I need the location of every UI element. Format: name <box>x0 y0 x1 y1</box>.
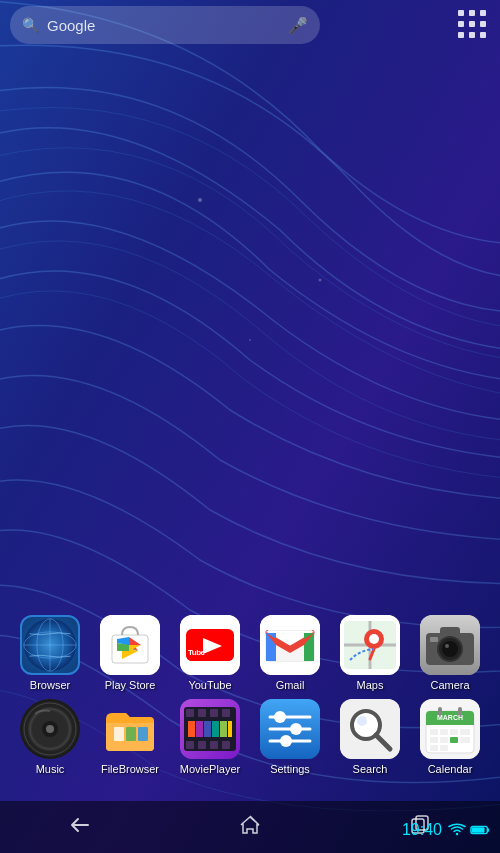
filebrowser-icon <box>100 699 160 759</box>
svg-point-3 <box>249 339 251 341</box>
svg-rect-71 <box>212 721 219 737</box>
app-maps[interactable]: Maps <box>334 615 406 691</box>
status-bar-right: 19:40 <box>402 821 490 839</box>
svg-rect-90 <box>440 729 448 735</box>
svg-text:Tube: Tube <box>188 648 206 657</box>
grid-dot <box>469 32 475 38</box>
maps-label: Maps <box>357 679 384 691</box>
music-icon <box>20 699 80 759</box>
calendar-icon: MARCH <box>420 699 480 759</box>
svg-rect-63 <box>186 741 194 749</box>
maps-icon <box>340 615 400 675</box>
gmail-icon <box>260 615 320 675</box>
app-music[interactable]: Music <box>14 699 86 775</box>
svg-point-1 <box>198 198 202 202</box>
microphone-icon[interactable]: 🎤 <box>288 16 308 35</box>
browser-label: Browser <box>30 679 70 691</box>
grid-dot <box>458 10 464 16</box>
svg-rect-106 <box>487 828 489 832</box>
svg-rect-56 <box>138 727 148 741</box>
all-apps-button[interactable] <box>458 10 488 40</box>
svg-rect-69 <box>196 721 203 737</box>
navigation-bar: 19:40 <box>0 801 500 853</box>
svg-point-78 <box>274 711 286 723</box>
search-app-icon <box>340 699 400 759</box>
svg-rect-44 <box>430 637 438 642</box>
app-youtube[interactable]: You Tube You Tube YouTube <box>174 615 246 691</box>
back-button[interactable] <box>60 805 100 850</box>
app-row-2: Music FileBrowser <box>10 699 490 775</box>
grid-dot <box>458 21 464 27</box>
svg-rect-92 <box>460 729 470 735</box>
movieplayer-label: MoviePlayer <box>180 763 241 775</box>
app-settings[interactable]: Settings <box>254 699 326 775</box>
grid-dot <box>469 21 475 27</box>
filebrowser-label: FileBrowser <box>101 763 159 775</box>
app-camera[interactable]: Camera <box>414 615 486 691</box>
svg-point-50 <box>46 725 54 733</box>
camera-label: Camera <box>430 679 469 691</box>
grid-dot <box>480 21 486 27</box>
grid-dot <box>480 10 486 16</box>
camera-icon <box>420 615 480 675</box>
apps-container: Browser <box>0 615 500 793</box>
home-button[interactable] <box>230 805 270 850</box>
svg-rect-96 <box>460 737 470 743</box>
settings-icon <box>260 699 320 759</box>
svg-rect-95 <box>450 737 458 743</box>
app-search[interactable]: Search <box>334 699 406 775</box>
svg-rect-61 <box>210 709 218 717</box>
svg-rect-93 <box>430 737 438 743</box>
music-label: Music <box>36 763 65 775</box>
calendar-label: Calendar <box>428 763 473 775</box>
app-playstore[interactable]: Play Store <box>94 615 166 691</box>
svg-rect-39 <box>440 627 460 637</box>
svg-text:You: You <box>188 637 202 646</box>
svg-rect-94 <box>440 737 448 743</box>
battery-icon <box>470 824 490 836</box>
svg-rect-89 <box>430 729 438 735</box>
svg-rect-64 <box>198 741 206 749</box>
svg-rect-65 <box>210 741 218 749</box>
svg-rect-59 <box>186 709 194 717</box>
wifi-icon <box>448 823 466 837</box>
svg-text:MARCH: MARCH <box>437 714 463 721</box>
app-calendar[interactable]: MARCH Calendar <box>414 699 486 775</box>
svg-rect-72 <box>220 721 227 737</box>
svg-rect-73 <box>228 721 232 737</box>
svg-rect-68 <box>188 721 195 737</box>
playstore-icon <box>100 615 160 675</box>
svg-point-35 <box>369 634 379 644</box>
grid-dot <box>480 32 486 38</box>
svg-point-42 <box>442 641 458 657</box>
search-bar[interactable]: 🔍 Google 🎤 <box>10 6 320 44</box>
svg-rect-70 <box>204 721 211 737</box>
app-filebrowser[interactable]: FileBrowser <box>94 699 166 775</box>
search-bar-text: Google <box>47 17 95 34</box>
svg-rect-98 <box>440 745 448 751</box>
app-row-1: Browser <box>10 615 490 691</box>
app-browser[interactable]: Browser <box>14 615 86 691</box>
svg-point-43 <box>445 644 449 648</box>
settings-label: Settings <box>270 763 310 775</box>
svg-rect-91 <box>450 729 458 735</box>
search-icon: 🔍 <box>22 17 39 33</box>
app-gmail[interactable]: Gmail <box>254 615 326 691</box>
clock: 19:40 <box>402 821 442 839</box>
svg-rect-97 <box>430 745 438 751</box>
gmail-label: Gmail <box>276 679 305 691</box>
svg-rect-62 <box>222 709 230 717</box>
grid-dot <box>458 32 464 38</box>
status-icons <box>448 823 490 837</box>
svg-rect-66 <box>222 741 230 749</box>
grid-dot <box>469 10 475 16</box>
youtube-icon: You Tube You Tube <box>180 615 240 675</box>
search-label: Search <box>353 763 388 775</box>
app-movieplayer[interactable]: MoviePlayer <box>174 699 246 775</box>
svg-point-79 <box>290 723 302 735</box>
svg-point-2 <box>319 279 322 282</box>
svg-rect-54 <box>114 727 124 741</box>
svg-rect-55 <box>126 727 136 741</box>
svg-rect-60 <box>198 709 206 717</box>
youtube-label: YouTube <box>188 679 231 691</box>
